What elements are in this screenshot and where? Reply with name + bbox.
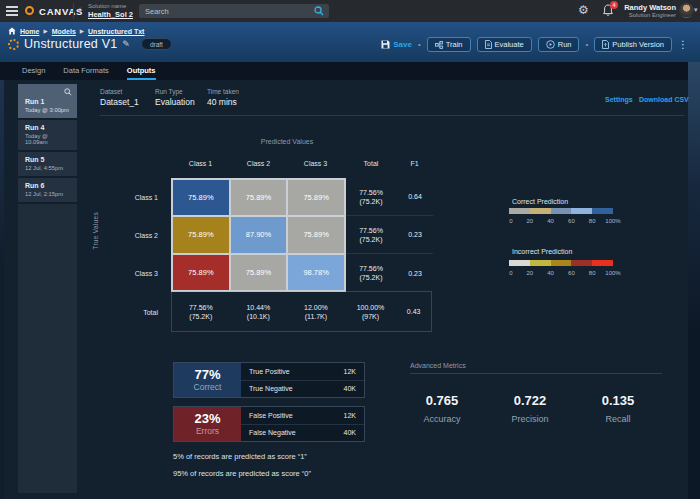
brand-name: CANVAS (39, 6, 83, 17)
tab-data-formats[interactable]: Data Formats (63, 66, 108, 80)
search-input[interactable] (139, 4, 329, 18)
matrix-row-label: Class 3 (100, 254, 164, 292)
run-item-4[interactable]: Run 6 12 Jul, 2:15pm (18, 178, 77, 204)
summary-correct-box: 77% Correct True Positive12K True Negati… (173, 362, 365, 398)
matrix-row-labels: Class 1 Class 2 Class 3 Total (100, 178, 164, 332)
matrix-col-header: F1 (397, 160, 432, 167)
action-separator: • (585, 40, 588, 49)
save-button[interactable]: Save (381, 40, 412, 49)
advanced-metrics-divider (410, 373, 662, 374)
canvas-logo-icon (25, 6, 34, 15)
true-positive-row: True Positive12K (241, 363, 364, 380)
matrix-cell: 75.89% (173, 217, 229, 252)
matrix-cell: 75.89% (231, 180, 287, 215)
total-cell: 77.56%(75.2K) (345, 254, 397, 292)
errors-percent: 23% (194, 412, 220, 426)
correct-label: Correct (194, 382, 222, 392)
hamburger-menu-icon[interactable] (6, 6, 18, 16)
matrix-cell: 75.89% (173, 180, 229, 215)
tab-bar: Design Data Formats Outputs (0, 62, 700, 80)
total-cell: 77.56%(75.2K) (345, 178, 397, 216)
top-bar: CANVAS ‹ Solution name Health_Sol 2 ⚙ 4 … (0, 0, 700, 22)
breadcrumb-current[interactable]: Unstructured Txt (88, 28, 144, 35)
settings-link[interactable]: Settings (605, 96, 633, 103)
breadcrumb-home[interactable]: Home (20, 28, 39, 35)
breadcrumb: Home ▶ Models ▶ Unstructured Txt (8, 27, 144, 35)
app-window: CANVAS ‹ Solution name Health_Sol 2 ⚙ 4 … (0, 0, 700, 499)
f1-cell: 0.23 (397, 254, 433, 292)
score-note-1: 5% of records are predicted as score “1” (173, 452, 307, 461)
matrix-cell: 75.89% (288, 217, 344, 252)
action-bar: Save • Train Evaluate (381, 37, 688, 52)
publish-version-button[interactable]: Publish Version (594, 37, 672, 52)
dataset-value: Dataset_1 (100, 97, 139, 107)
correct-percent: 77% (194, 368, 220, 382)
total-row-cell: 10.44%(10.1K) (230, 292, 288, 331)
run-icon (546, 40, 555, 49)
incorrect-prediction-legend-title: Incorrect Prediction (512, 248, 572, 255)
true-values-axis-label: True Values (92, 212, 99, 250)
matrix-col-header: Total (345, 160, 397, 167)
matrix-total-row: 77.56%(75.2K) 10.44%(10.1K) 12.00%(11.7K… (171, 291, 432, 332)
false-negative-row: False Negative40K (241, 424, 364, 442)
total-cell: 77.56%(75.2K) (345, 216, 397, 254)
total-row-cell: 12.00%(11.7K) (287, 292, 345, 331)
f1-cell: 0.23 (397, 216, 433, 254)
search-icon[interactable] (314, 6, 324, 16)
correct-legend-ticks: 020406080100% (509, 218, 613, 226)
header-divider (100, 115, 684, 116)
confusion-matrix-grid: 75.89% 75.89% 75.89% 75.89% 87.90% 75.89… (171, 178, 346, 292)
true-negative-row: True Negative40K (241, 380, 364, 398)
edit-pencil-icon[interactable]: ✎ (122, 39, 130, 49)
matrix-row-label: Total (100, 292, 164, 332)
matrix-col-header: Class 3 (287, 160, 344, 167)
overflow-menu-icon[interactable]: ⋮ (678, 37, 688, 52)
errors-percent-cell: 23% Errors (174, 407, 241, 441)
incorrect-legend-ticks: 020406080100% (509, 270, 613, 278)
page-header-banner: Home ▶ Models ▶ Unstructured Txt Unstruc… (0, 22, 700, 62)
time-taken-label: Time taken (207, 88, 239, 95)
train-button[interactable]: Train (427, 37, 471, 52)
matrix-cell: 75.89% (288, 180, 344, 215)
solution-label: Solution name (88, 3, 126, 9)
right-scroll-gutter (688, 62, 700, 499)
total-row-f1: 0.43 (396, 292, 431, 331)
metric-precision: 0.722Precision (494, 393, 566, 426)
breadcrumb-models[interactable]: Models (52, 28, 76, 35)
matrix-col-header: Class 2 (230, 160, 287, 167)
avatar[interactable] (679, 3, 694, 18)
matrix-cell: 75.89% (173, 255, 229, 290)
matrix-row-label: Class 2 (100, 216, 164, 254)
chevron-down-icon[interactable]: ▾ (694, 6, 698, 14)
metric-accuracy: 0.765Accuracy (406, 393, 478, 426)
document-icon (485, 40, 492, 49)
page-title: Unstructured V1 (24, 37, 117, 51)
evaluate-button[interactable]: Evaluate (477, 37, 532, 52)
tab-design[interactable]: Design (22, 66, 45, 80)
solution-name[interactable]: Health_Sol 2 (88, 10, 133, 19)
run-item-2[interactable]: Run 4 Today @ 10.09am (18, 120, 77, 152)
run-type-label: Run Type (155, 88, 183, 95)
correct-prediction-legend-title: Correct Prediction (512, 198, 568, 205)
matrix-cell: 98.78% (288, 255, 344, 290)
total-row-cell: 77.56%(75.2K) (172, 292, 230, 331)
download-csv-link[interactable]: Download CSV (639, 96, 689, 103)
run-item-1[interactable]: Run 1 Today @ 3:00pm (18, 84, 77, 120)
matrix-cell: 75.89% (231, 255, 287, 290)
predicted-values-title: Predicted Values (172, 138, 402, 145)
run-button[interactable]: Run (538, 37, 580, 52)
score-note-2: 95% of records are predicted as score “0… (173, 469, 311, 478)
matrix-f1-column: 0.64 0.23 0.23 (397, 178, 433, 292)
publish-icon (602, 40, 609, 49)
tab-outputs[interactable]: Outputs (127, 66, 156, 80)
run-item-3[interactable]: Run 5 12 Jul, 4:55pm (18, 152, 77, 178)
topbar-divider (73, 3, 74, 19)
chevron-left-icon[interactable]: ‹ (78, 4, 81, 15)
matrix-cell: 87.90% (231, 217, 287, 252)
run-search-icon[interactable] (64, 88, 72, 96)
run-list: Run 1 Today @ 3:00pm Run 4 Today @ 10.09… (18, 84, 77, 493)
matrix-total-column: 77.56%(75.2K) 77.56%(75.2K) 77.56%(75.2K… (345, 178, 397, 292)
gear-icon[interactable]: ⚙ (578, 3, 589, 17)
home-icon[interactable] (8, 27, 16, 35)
errors-label: Errors (196, 426, 219, 436)
